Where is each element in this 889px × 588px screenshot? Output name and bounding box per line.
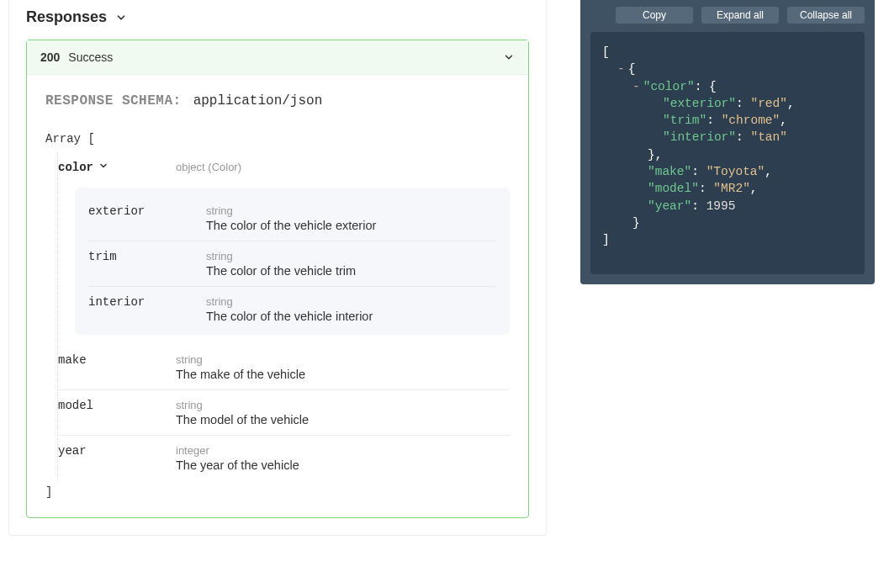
property-type-model: string [176, 399, 510, 411]
response-body: RESPONSE SCHEMA: application/json Array … [27, 75, 528, 517]
json-viewer: [ -{ -"color": { "exterior": "red", "tri… [590, 32, 865, 274]
json-value: chrome [728, 114, 772, 127]
schema-label: RESPONSE SCHEMA: [45, 93, 182, 109]
property-desc-make: The make of the vehicle [176, 368, 510, 381]
status-code: 200 [40, 50, 60, 64]
collapse-all-button[interactable]: Collapse all [787, 7, 865, 24]
json-key: interior [670, 130, 729, 144]
response-200-header[interactable]: 200 Success [27, 40, 528, 75]
json-value: tan [758, 130, 780, 144]
chevron-down-icon [115, 12, 127, 24]
json-key: trim [670, 114, 700, 127]
array-open-label: Array [ [45, 132, 510, 146]
property-exterior: exterior string The color of the vehicle… [88, 196, 496, 241]
property-interior: interior string The color of the vehicle… [88, 287, 496, 331]
property-name-model: model [58, 399, 93, 412]
property-name-color: color [58, 161, 93, 174]
property-type-make: string [176, 353, 510, 366]
json-value: 1995 [706, 199, 736, 213]
property-name-make: make [58, 353, 87, 367]
json-key: color [650, 80, 687, 93]
array-close-label: ] [45, 485, 510, 499]
responses-section: Responses 200 Success RESPONSE SCHEMA: a… [8, 0, 547, 536]
expand-all-button[interactable]: Expand all [701, 7, 779, 24]
json-key: exterior [670, 97, 729, 110]
property-desc-interior: The color of the vehicle interior [206, 310, 496, 323]
responses-title: Responses [26, 8, 107, 26]
json-key: make [655, 165, 685, 178]
property-desc-exterior: The color of the vehicle exterior [206, 219, 496, 232]
json-value: Toyota [713, 165, 757, 178]
property-model: model string The model of the vehicle [58, 390, 510, 436]
property-type-year: integer [176, 444, 510, 457]
property-type-interior: string [206, 295, 496, 308]
json-value: MR2 [721, 182, 743, 195]
example-panel: Copy Expand all Collapse all [ -{ -"colo… [580, 0, 875, 284]
property-name-exterior: exterior [88, 204, 145, 218]
json-punct: { [628, 62, 636, 76]
property-type-color: object (Color) [176, 161, 510, 173]
property-name-trim: trim [88, 250, 117, 263]
property-desc-year: The year of the vehicle [176, 458, 510, 472]
property-type-exterior: string [206, 204, 496, 217]
property-color[interactable]: color object (Color) [58, 152, 510, 183]
property-trim: trim string The color of the vehicle tri… [88, 241, 496, 287]
json-value: red [758, 97, 780, 110]
property-name-interior: interior [88, 295, 145, 309]
collapse-toggle[interactable]: - [617, 62, 625, 76]
property-year: year integer The year of the vehicle [58, 436, 510, 480]
response-200-panel: 200 Success RESPONSE SCHEMA: application… [26, 40, 529, 518]
property-type-trim: string [206, 250, 496, 262]
json-key: model [655, 182, 692, 195]
color-children: exterior string The color of the vehicle… [75, 188, 510, 335]
property-desc-trim: The color of the vehicle trim [206, 264, 496, 278]
responses-heading[interactable]: Responses [26, 8, 529, 26]
json-key: year [655, 199, 685, 213]
chevron-down-icon [503, 51, 515, 63]
property-make: make string The make of the vehicle [58, 345, 510, 390]
collapse-toggle[interactable]: - [632, 80, 640, 93]
property-name-year: year [58, 444, 87, 458]
copy-button[interactable]: Copy [616, 7, 693, 24]
schema-content-type: application/json [193, 93, 323, 109]
json-punct: [ [602, 45, 610, 59]
status-text: Success [68, 50, 113, 64]
chevron-down-icon [98, 161, 108, 171]
property-desc-model: The model of the vehicle [176, 413, 510, 426]
